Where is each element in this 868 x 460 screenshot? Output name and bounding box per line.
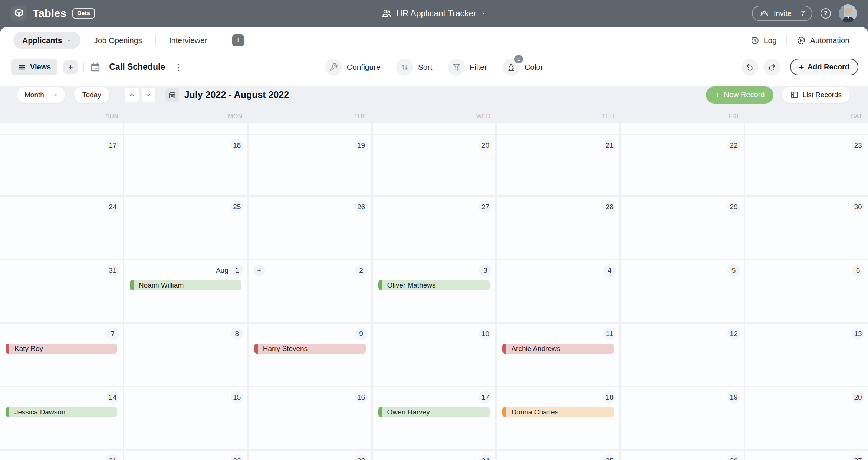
next-period-button[interactable] — [141, 87, 156, 102]
calendar-cell-30[interactable]: 30 — [745, 197, 868, 259]
new-record-button[interactable]: + New Record — [706, 86, 773, 104]
date-number: 10 — [479, 328, 491, 340]
calendar-cell-23[interactable]: 23 — [249, 451, 371, 460]
color-button[interactable]: 1 Color — [503, 59, 543, 76]
calendar-cell-19[interactable]: 19 — [621, 387, 744, 449]
calendar-cell-17[interactable]: 17 — [0, 135, 123, 196]
event-chip[interactable]: Katy Roy — [6, 344, 117, 354]
cell-date: 5 — [621, 260, 744, 277]
calendar-cell-20[interactable]: 20 — [745, 387, 868, 449]
calendar-cell-17[interactable]: 17Owen Harvey — [373, 387, 496, 449]
calendar-cell-15[interactable]: 15 — [124, 387, 247, 449]
calendar-cell-22[interactable]: 22 — [124, 451, 247, 460]
cell-date: 18 — [124, 135, 247, 152]
calendar-cell-18[interactable]: 18 — [124, 135, 247, 196]
calendar-cell-28[interactable]: 28 — [497, 197, 619, 259]
calendar-cell[interactable] — [124, 123, 247, 134]
calendar-cell-11[interactable]: 11Archie Andrews — [497, 324, 619, 386]
calendar-cell-26[interactable]: 26 — [249, 197, 371, 259]
app-logo-icon[interactable] — [11, 6, 27, 21]
event-label: Owen Harvey — [387, 408, 430, 416]
calendar-mode-select[interactable]: Month — [17, 86, 65, 103]
calendar-cell-7[interactable]: 7Katy Roy — [0, 324, 123, 386]
cell-date: 26 — [621, 451, 744, 460]
date-number: 16 — [355, 391, 368, 404]
cell-date: 22 — [124, 451, 247, 460]
calendar-toolbar-left: Month Today — [17, 86, 289, 103]
view-menu-kebab-icon[interactable]: ⋮ — [171, 62, 186, 72]
calendar-cell[interactable] — [745, 123, 868, 134]
cell-date: 8 — [124, 324, 247, 340]
calendar-cell-3[interactable]: 3Oliver Mathews — [373, 260, 496, 322]
list-records-button[interactable]: List Records — [782, 86, 850, 103]
event-chip[interactable]: Archie Andrews — [502, 344, 614, 354]
calendar-cell-27[interactable]: 27 — [373, 197, 496, 259]
calendar-cell-24[interactable]: 24 — [373, 451, 496, 460]
cell-date: 16 — [249, 387, 371, 404]
calendar-cell-19[interactable]: 19 — [249, 135, 371, 196]
help-icon[interactable]: ? — [821, 8, 831, 19]
workspace-switcher[interactable]: HR Applicant Tracker — [381, 0, 487, 27]
calendar-cell-20[interactable]: 20 — [373, 135, 496, 196]
sort-button[interactable]: Sort — [396, 59, 433, 76]
event-chip[interactable]: Noami William — [130, 280, 241, 290]
calendar-cell-9[interactable]: 9Harry Stevens — [249, 324, 371, 386]
event-chip[interactable]: Harry Stevens — [254, 344, 366, 354]
undo-button[interactable] — [741, 59, 758, 76]
calendar-cell-22[interactable]: 22 — [621, 135, 744, 196]
calendar-cell-31[interactable]: 31 — [0, 260, 123, 322]
date-number: 8 — [231, 328, 243, 340]
calendar-cell-4[interactable]: 4 — [497, 260, 619, 322]
calendar-cell-26[interactable]: 26 — [621, 451, 744, 460]
event-chip[interactable]: Jessica Dawson — [6, 407, 117, 417]
calendar-cell-25[interactable]: 25 — [497, 451, 619, 460]
add-record-button[interactable]: + Add Record — [790, 59, 858, 75]
event-chip[interactable]: Owen Harvey — [378, 407, 490, 417]
calendar-cell[interactable] — [249, 123, 371, 134]
calendar-cell-12[interactable]: 12 — [621, 324, 744, 386]
automation-button[interactable]: Automation — [796, 36, 849, 45]
today-button[interactable]: Today — [74, 86, 110, 103]
tab-applicants[interactable]: Applicants — [13, 32, 80, 49]
day-header-fri: FRI — [620, 113, 744, 120]
calendar-cell-27[interactable]: 27 — [745, 451, 868, 460]
calendar-cell-25[interactable]: 25 — [124, 197, 247, 259]
calendar-cell-13[interactable]: 13 — [745, 324, 868, 386]
configure-button[interactable]: Configure — [325, 59, 381, 76]
user-avatar[interactable] — [839, 4, 857, 22]
tab-interviewer[interactable]: Interviewer — [167, 36, 210, 45]
calendar-cell-8[interactable]: 8 — [124, 324, 247, 386]
calendar-cell-6[interactable]: 6 — [745, 260, 868, 322]
calendar-cell-21[interactable]: 21 — [497, 135, 619, 196]
date-number: 20 — [479, 139, 491, 152]
filter-button[interactable]: Filter — [448, 59, 487, 76]
invite-button[interactable]: Invite 7 — [752, 6, 812, 21]
calendar-cell-aug-1[interactable]: Aug1Noami William — [124, 260, 247, 322]
calendar-cell-18[interactable]: 18Donna Charles — [497, 387, 619, 449]
redo-button[interactable] — [763, 59, 780, 76]
calendar-cell[interactable] — [0, 123, 123, 134]
calendar-cell-23[interactable]: 23 — [745, 135, 868, 196]
calendar-cell-24[interactable]: 24 — [0, 197, 123, 259]
prev-period-button[interactable] — [125, 87, 139, 102]
event-chip[interactable]: Donna Charles — [502, 407, 614, 417]
add-event-plus-button[interactable]: + — [253, 264, 265, 276]
calendar-cell[interactable] — [497, 123, 619, 134]
log-button[interactable]: Log — [750, 36, 777, 45]
calendar-cell-10[interactable]: 10 — [373, 324, 496, 386]
calendar-cell-14[interactable]: 14Jessica Dawson — [0, 387, 123, 449]
calendar-cell-16[interactable]: 16 — [249, 387, 371, 449]
calendar-cell[interactable] — [373, 123, 496, 134]
date-number: 5 — [727, 264, 740, 277]
calendar-cell-2[interactable]: 2+ — [249, 260, 371, 322]
event-chip[interactable]: Oliver Mathews — [378, 280, 490, 290]
calendar-cell-21[interactable]: 21 — [0, 451, 123, 460]
chevron-down-icon — [481, 10, 487, 16]
add-table-button[interactable]: + — [232, 34, 244, 46]
views-button[interactable]: Views — [11, 59, 57, 75]
tab-job-openings[interactable]: Job Openings — [92, 36, 144, 45]
add-view-button[interactable]: + — [63, 60, 78, 74]
calendar-cell[interactable] — [621, 123, 744, 134]
calendar-cell-5[interactable]: 5 — [621, 260, 744, 322]
calendar-cell-29[interactable]: 29 — [621, 197, 744, 259]
